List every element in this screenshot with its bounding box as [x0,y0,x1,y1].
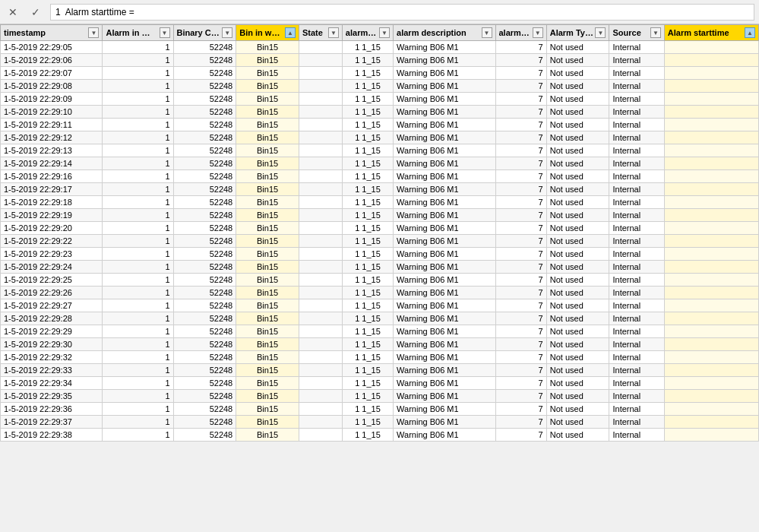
cell-timestamp: 1-5-2019 22:29:17 [1,183,103,196]
cell-word: 1 [103,403,173,416]
table-row[interactable]: 1-5-2019 22:29:28152248Bin151 1_15Warnin… [1,312,759,325]
cell-alarmbit: 1 1_15 [342,54,393,67]
cell-alarmid: 7 [495,429,546,442]
sort-btn-alarmtype[interactable]: ▼ [595,27,606,38]
table-row[interactable]: 1-5-2019 22:29:35152248Bin151 1_15Warnin… [1,390,759,403]
cell-binary: 52248 [173,429,236,442]
table-row[interactable]: 1-5-2019 22:29:34152248Bin151 1_15Warnin… [1,377,759,390]
table-row[interactable]: 1-5-2019 22:29:10152248Bin151 1_15Warnin… [1,106,759,119]
cell-alarmbit: 1 1_15 [342,41,393,54]
cell-binword: Bin15 [236,312,299,325]
col-header-word[interactable]: Alarm in Word▼ [103,25,173,41]
col-header-timestamp[interactable]: timestamp▼ [1,25,103,41]
table-row[interactable]: 1-5-2019 22:29:09152248Bin151 1_15Warnin… [1,93,759,106]
col-header-state[interactable]: State▼ [299,25,342,41]
cell-alarmdesc: Warning B06 M1 [394,54,495,67]
cell-alarmid: 7 [495,183,546,196]
table-row[interactable]: 1-5-2019 22:29:23152248Bin151 1_15Warnin… [1,248,759,261]
cell-binword: Bin15 [236,235,299,248]
table-row[interactable]: 1-5-2019 22:29:25152248Bin151 1_15Warnin… [1,274,759,287]
table-row[interactable]: 1-5-2019 22:29:24152248Bin151 1_15Warnin… [1,261,759,274]
col-header-alarmbit[interactable]: alarm/bit▼ [342,25,393,41]
confirm-button[interactable]: ✓ [27,4,44,21]
table-row[interactable]: 1-5-2019 22:29:16152248Bin151 1_15Warnin… [1,170,759,183]
cell-alarmbit: 1 1_15 [342,67,393,80]
cell-state [299,144,342,157]
table-row[interactable]: 1-5-2019 22:29:06152248Bin151 1_15Warnin… [1,54,759,67]
col-header-binary[interactable]: Binary Code▼ [173,25,236,41]
cell-alarmid: 7 [495,287,546,299]
table-row[interactable]: 1-5-2019 22:29:20152248Bin151 1_15Warnin… [1,222,759,235]
cell-binary: 52248 [173,351,236,364]
table-row[interactable]: 1-5-2019 22:29:05152248Bin151 1_15Warnin… [1,41,759,54]
cell-alarmid: 7 [495,157,546,170]
col-header-alarmtype[interactable]: Alarm Type▼ [546,25,609,41]
table-row[interactable]: 1-5-2019 22:29:11152248Bin151 1_15Warnin… [1,119,759,131]
cell-alarmtype: Not used [546,93,609,106]
table-row[interactable]: 1-5-2019 22:29:18152248Bin151 1_15Warnin… [1,196,759,209]
table-row[interactable]: 1-5-2019 22:29:29152248Bin151 1_15Warnin… [1,325,759,338]
sort-btn-alarmdesc[interactable]: ▼ [482,27,492,38]
cell-alarmid: 7 [495,403,546,416]
cell-source: Internal [609,338,664,351]
cell-state [299,351,342,364]
table-row[interactable]: 1-5-2019 22:29:32152248Bin151 1_15Warnin… [1,351,759,364]
table-row[interactable]: 1-5-2019 22:29:33152248Bin151 1_15Warnin… [1,364,759,377]
cell-alarmtype: Not used [546,403,609,416]
sort-btn-source[interactable]: ▼ [650,27,661,38]
cell-alarmbit: 1 1_15 [342,170,393,183]
cell-alarmid: 7 [495,248,546,261]
sort-btn-timestamp[interactable]: ▼ [88,27,99,38]
sort-btn-state[interactable]: ▼ [328,27,339,38]
cell-alarmdesc: Warning B06 M1 [394,131,495,144]
cell-binword: Bin15 [236,338,299,351]
formula-input[interactable] [50,4,754,21]
table-row[interactable]: 1-5-2019 22:29:13152248Bin151 1_15Warnin… [1,144,759,157]
sort-btn-alarmid[interactable]: ▼ [533,27,543,38]
table-row[interactable]: 1-5-2019 22:29:36152248Bin151 1_15Warnin… [1,403,759,416]
cell-alarmtype: Not used [546,299,609,312]
cell-alarmdesc: Warning B06 M1 [394,235,495,248]
cell-alarmid: 7 [495,80,546,93]
col-header-binword[interactable]: Bin in word▲ [236,25,299,41]
table-row[interactable]: 1-5-2019 22:29:08152248Bin151 1_15Warnin… [1,80,759,93]
sort-btn-word[interactable]: ▼ [160,27,170,38]
cell-alarmtype: Not used [546,325,609,338]
cell-timestamp: 1-5-2019 22:29:36 [1,403,103,416]
col-header-alarmdesc[interactable]: alarm description▼ [394,25,495,41]
cell-alarmbit: 1 1_15 [342,377,393,390]
table-row[interactable]: 1-5-2019 22:29:38152248Bin151 1_15Warnin… [1,429,759,442]
table-row[interactable]: 1-5-2019 22:29:37152248Bin151 1_15Warnin… [1,416,759,429]
sort-btn-alarmbit[interactable]: ▼ [379,27,390,38]
data-table: timestamp▼Alarm in Word▼Binary Code▼Bin … [0,24,759,442]
col-header-alarmstart[interactable]: Alarm starttime▲ [664,25,758,41]
cell-binary: 52248 [173,106,236,119]
cell-alarmdesc: Warning B06 M1 [394,429,495,442]
sort-btn-binary[interactable]: ▼ [222,27,232,38]
cell-source: Internal [609,106,664,119]
cell-source: Internal [609,209,664,222]
table-row[interactable]: 1-5-2019 22:29:14152248Bin151 1_15Warnin… [1,157,759,170]
table-row[interactable]: 1-5-2019 22:29:07152248Bin151 1_15Warnin… [1,67,759,80]
cell-state [299,183,342,196]
table-row[interactable]: 1-5-2019 22:29:27152248Bin151 1_15Warnin… [1,299,759,312]
cell-binword: Bin15 [236,119,299,131]
cell-word: 1 [103,351,173,364]
table-row[interactable]: 1-5-2019 22:29:26152248Bin151 1_15Warnin… [1,287,759,299]
cell-state [299,287,342,299]
col-header-source[interactable]: Source▼ [609,25,664,41]
cell-binary: 52248 [173,131,236,144]
sort-btn-alarmstart[interactable]: ▲ [745,27,755,38]
table-row[interactable]: 1-5-2019 22:29:30152248Bin151 1_15Warnin… [1,338,759,351]
col-header-alarmid[interactable]: alarm ID▼ [495,25,546,41]
table-row[interactable]: 1-5-2019 22:29:17152248Bin151 1_15Warnin… [1,183,759,196]
table-row[interactable]: 1-5-2019 22:29:22152248Bin151 1_15Warnin… [1,235,759,248]
cancel-button[interactable]: ✕ [5,4,21,21]
sort-btn-binword[interactable]: ▲ [285,27,296,38]
cell-binary: 52248 [173,325,236,338]
table-row[interactable]: 1-5-2019 22:29:19152248Bin151 1_15Warnin… [1,209,759,222]
cell-timestamp: 1-5-2019 22:29:20 [1,222,103,235]
cell-alarmdesc: Warning B06 M1 [394,351,495,364]
cell-source: Internal [609,80,664,93]
table-row[interactable]: 1-5-2019 22:29:12152248Bin151 1_15Warnin… [1,131,759,144]
